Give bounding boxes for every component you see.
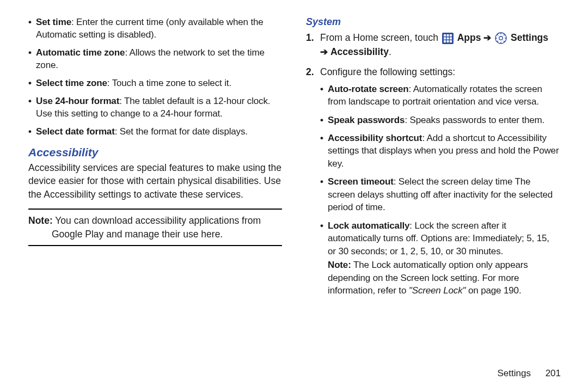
term: Accessibility shortcut: [328, 133, 422, 143]
svg-line-19: [504, 34, 505, 35]
step-1: From a Home screen, touch Apps ➔ Setting…: [306, 31, 560, 59]
period: .: [389, 46, 391, 57]
svg-line-17: [504, 41, 505, 42]
system-heading: System: [306, 16, 560, 28]
svg-rect-6: [450, 37, 452, 39]
xref-italic: "Screen Lock": [409, 285, 466, 296]
term: Speak passwords: [328, 115, 405, 125]
svg-rect-1: [444, 34, 446, 36]
list-item: Select time zone: Touch a time zone to s…: [28, 77, 282, 90]
svg-rect-5: [446, 37, 449, 39]
term: Set time: [36, 17, 71, 27]
list-item: Select date format: Set the format for d…: [28, 126, 282, 138]
svg-point-11: [499, 36, 503, 40]
page-footer: Settings 201: [497, 368, 561, 379]
term: Use 24-hour format: [36, 96, 119, 106]
manual-page: Set time: Enter the current time (only a…: [0, 0, 588, 392]
term: Lock automatically: [328, 220, 409, 231]
desc: : Touch a time zone to select it.: [107, 78, 231, 88]
list-item: Accessibility shortcut: Add a shortcut t…: [320, 132, 560, 170]
term: Select date format: [36, 126, 115, 137]
page-number: 201: [546, 368, 561, 378]
svg-rect-9: [450, 40, 452, 42]
list-item: Speak passwords: Speaks passwords to ent…: [320, 114, 560, 126]
step2-text: Configure the following settings:: [320, 66, 455, 77]
term: Select time zone: [36, 78, 107, 88]
left-column: Set time: Enter the current time (only a…: [16, 16, 294, 392]
note-label: Note:: [28, 215, 53, 226]
steps-list: From a Home screen, touch Apps ➔ Setting…: [306, 31, 560, 297]
svg-rect-4: [444, 37, 446, 39]
settings-gear-icon: [495, 32, 507, 44]
svg-line-16: [497, 34, 498, 35]
accessibility-heading: Accessibility: [28, 146, 282, 159]
apps-grid-icon: [442, 33, 454, 44]
chapter-label: Settings: [497, 368, 530, 378]
apps-label: Apps: [457, 32, 484, 43]
svg-rect-8: [446, 40, 449, 42]
arrow-icon: ➔: [483, 33, 491, 43]
list-item: Use 24-hour format: The tablet default i…: [28, 95, 282, 120]
svg-rect-7: [444, 40, 446, 42]
term: Auto-rotate screen: [328, 84, 408, 94]
list-item: Automatic time zone: Allows the network …: [28, 47, 282, 72]
list-item: Set time: Enter the current time (only a…: [28, 16, 282, 41]
list-item: Auto-rotate screen: Automatically rotate…: [320, 83, 560, 108]
note-rest: You can download accessibility applicati…: [52, 215, 261, 240]
list-item: Lock automatically: Lock the screen afte…: [320, 219, 560, 297]
svg-rect-2: [446, 34, 449, 36]
right-column: System From a Home screen, touch Apps ➔ …: [294, 16, 572, 392]
list-item: Screen timeout: Select the screen delay …: [320, 175, 560, 213]
note-label: Note:: [328, 260, 351, 270]
term: Automatic time zone: [36, 47, 125, 58]
desc: : Speaks passwords to enter them.: [405, 115, 544, 125]
arrow-icon: ➔: [320, 47, 328, 57]
settings-label: Settings: [511, 32, 548, 43]
svg-rect-3: [450, 34, 452, 36]
step-2: Configure the following settings: Auto-r…: [306, 65, 560, 297]
note-text: Note: You can download accessibility app…: [28, 214, 282, 241]
desc: : Set the format for date displays.: [115, 126, 248, 137]
time-settings-list: Set time: Enter the current time (only a…: [28, 16, 282, 138]
inline-note: Note: The Lock automatically option only…: [328, 259, 560, 297]
accessibility-label: Accessibility: [330, 46, 389, 57]
sub-settings-list: Auto-rotate screen: Automatically rotate…: [320, 83, 560, 297]
xref-plain: on page 190.: [465, 285, 521, 296]
svg-line-18: [497, 41, 498, 42]
step1-pre: From a Home screen, touch: [320, 32, 441, 43]
accessibility-intro: Accessibility services are special featu…: [28, 161, 282, 201]
term: Screen timeout: [328, 176, 394, 187]
note-block: Note: You can download accessibility app…: [28, 209, 282, 246]
